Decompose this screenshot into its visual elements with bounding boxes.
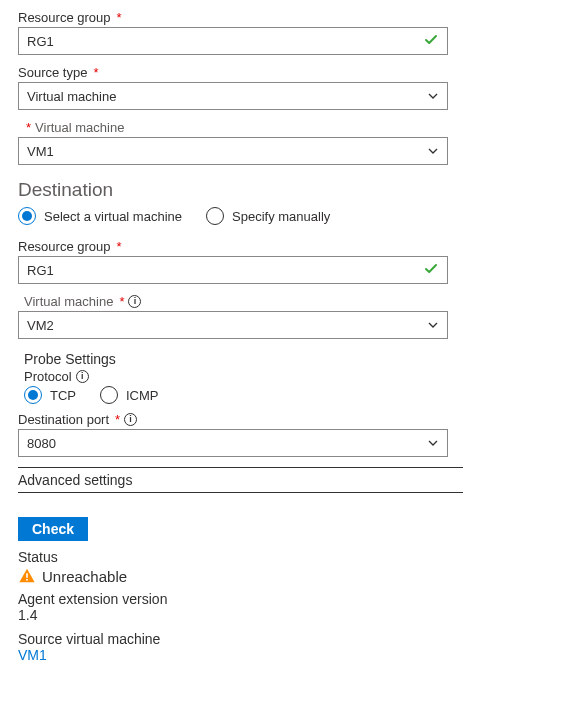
destination-port-label: Destination port* i [18,412,567,427]
chevron-down-icon [427,319,439,331]
source-vm-label: *Virtual machine [24,120,567,135]
radio-icon [18,207,36,225]
chevron-down-icon [427,145,439,157]
radio-specify-manually-label: Specify manually [232,209,330,224]
warning-icon [18,567,36,585]
agent-version-value: 1.4 [18,607,567,623]
radio-select-vm[interactable]: Select a virtual machine [18,207,182,225]
dest-vm-select[interactable]: VM2 [18,311,448,339]
radio-icon [100,386,118,404]
radio-tcp[interactable]: TCP [24,386,76,404]
chevron-down-icon [427,437,439,449]
status-value: Unreachable [42,568,127,585]
protocol-radio-group: TCP ICMP [24,386,567,404]
required-asterisk: * [115,412,120,427]
dest-resource-group-select[interactable]: RG1 [18,256,448,284]
source-vm-select[interactable]: VM1 [18,137,448,165]
source-vm-result-label: Source virtual machine [18,631,567,647]
divider [18,467,463,468]
destination-port-select[interactable]: 8080 [18,429,448,457]
advanced-settings-toggle[interactable]: Advanced settings [18,470,463,493]
source-resource-group-select[interactable]: RG1 [18,27,448,55]
destination-port-value: 8080 [27,436,417,451]
agent-version-label: Agent extension version [18,591,567,607]
radio-tcp-label: TCP [50,388,76,403]
check-icon [423,32,439,51]
source-type-label: Source type* [18,65,567,80]
check-icon [423,261,439,280]
source-vm-link[interactable]: VM1 [18,647,567,663]
required-asterisk: * [117,239,122,254]
info-icon[interactable]: i [76,370,89,383]
radio-icon [206,207,224,225]
svg-rect-1 [26,579,28,581]
radio-icon [24,386,42,404]
source-resource-group-value: RG1 [27,34,417,49]
chevron-down-icon [427,90,439,102]
source-resource-group-label: Resource group* [18,10,567,25]
required-asterisk: * [26,120,31,135]
protocol-label: Protocol i [24,369,567,384]
dest-resource-group-value: RG1 [27,263,417,278]
required-asterisk: * [117,10,122,25]
probe-settings-title: Probe Settings [24,351,567,367]
info-icon[interactable]: i [124,413,137,426]
svg-rect-0 [26,573,28,578]
radio-select-vm-label: Select a virtual machine [44,209,182,224]
radio-specify-manually[interactable]: Specify manually [206,207,330,225]
radio-icmp[interactable]: ICMP [100,386,159,404]
destination-mode-radio-group: Select a virtual machine Specify manuall… [18,207,567,225]
required-asterisk: * [119,294,124,309]
destination-title: Destination [18,179,567,201]
info-icon[interactable]: i [128,295,141,308]
radio-icmp-label: ICMP [126,388,159,403]
status-label: Status [18,549,567,565]
dest-vm-label: Virtual machine* i [24,294,567,309]
source-type-select[interactable]: Virtual machine [18,82,448,110]
dest-resource-group-label: Resource group* [18,239,567,254]
source-vm-value: VM1 [27,144,417,159]
source-type-value: Virtual machine [27,89,417,104]
check-button[interactable]: Check [18,517,88,541]
dest-vm-value: VM2 [27,318,417,333]
status-row: Unreachable [18,567,567,585]
required-asterisk: * [93,65,98,80]
